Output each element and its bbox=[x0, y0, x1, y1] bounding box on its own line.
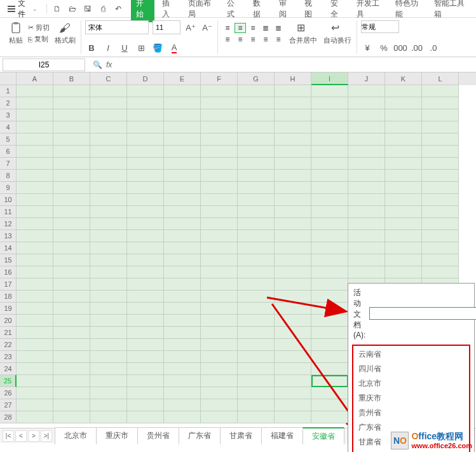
align-middle-button[interactable]: ≡ bbox=[235, 23, 246, 33]
cell[interactable] bbox=[385, 109, 422, 121]
cell[interactable] bbox=[164, 218, 201, 230]
row-header[interactable]: 13 bbox=[0, 230, 17, 242]
cell[interactable] bbox=[53, 375, 90, 387]
cell[interactable] bbox=[127, 121, 164, 134]
row-header[interactable]: 11 bbox=[0, 206, 17, 218]
cell[interactable] bbox=[238, 254, 275, 266]
row-header[interactable]: 5 bbox=[0, 134, 17, 146]
cell[interactable] bbox=[201, 170, 238, 182]
cell[interactable] bbox=[53, 327, 90, 339]
cell[interactable] bbox=[127, 182, 164, 194]
row-header[interactable]: 21 bbox=[0, 327, 17, 339]
row-header[interactable]: 26 bbox=[0, 387, 17, 399]
cell[interactable] bbox=[164, 109, 201, 121]
cell[interactable] bbox=[275, 327, 311, 339]
cell[interactable] bbox=[311, 158, 348, 170]
cell[interactable] bbox=[17, 182, 53, 194]
cell[interactable] bbox=[422, 266, 459, 278]
cell[interactable] bbox=[311, 109, 348, 121]
cell[interactable] bbox=[238, 278, 275, 291]
cell[interactable] bbox=[348, 85, 385, 97]
cell[interactable] bbox=[238, 121, 275, 134]
column-header[interactable]: J bbox=[348, 72, 385, 85]
cell[interactable] bbox=[311, 399, 348, 411]
cell[interactable] bbox=[53, 291, 90, 303]
cell[interactable] bbox=[53, 266, 90, 278]
sheet-tab[interactable]: 福建省 bbox=[261, 427, 303, 444]
cell[interactable] bbox=[311, 230, 348, 242]
cell[interactable] bbox=[53, 206, 90, 218]
cell[interactable] bbox=[53, 109, 90, 121]
cell[interactable] bbox=[90, 85, 127, 97]
cell[interactable] bbox=[201, 363, 238, 375]
cell[interactable] bbox=[311, 85, 348, 97]
cell[interactable] bbox=[422, 109, 459, 121]
cell[interactable] bbox=[53, 399, 90, 411]
cell[interactable] bbox=[238, 315, 275, 327]
cell[interactable] bbox=[127, 399, 164, 411]
cell[interactable] bbox=[201, 242, 238, 254]
indent-increase-button[interactable]: ≣ bbox=[273, 23, 284, 33]
cell[interactable] bbox=[53, 194, 90, 206]
cell[interactable] bbox=[275, 291, 311, 303]
cell[interactable] bbox=[17, 387, 53, 399]
row-header[interactable]: 25 bbox=[0, 375, 17, 387]
cell[interactable] bbox=[164, 85, 201, 97]
ribbon-tab-review[interactable]: 审阅 bbox=[274, 0, 297, 22]
cell[interactable] bbox=[238, 182, 275, 194]
cell[interactable] bbox=[53, 218, 90, 230]
cell[interactable] bbox=[90, 206, 127, 218]
cell[interactable] bbox=[348, 218, 385, 230]
cell[interactable] bbox=[164, 399, 201, 411]
decrease-font-button[interactable]: A⁻ bbox=[201, 21, 214, 34]
cell[interactable] bbox=[127, 327, 164, 339]
cell[interactable] bbox=[164, 291, 201, 303]
cell[interactable] bbox=[238, 339, 275, 351]
cell[interactable] bbox=[90, 399, 127, 411]
cell[interactable] bbox=[53, 134, 90, 146]
cell[interactable] bbox=[238, 206, 275, 218]
italic-button[interactable]: I bbox=[102, 41, 114, 54]
cell[interactable] bbox=[275, 134, 311, 146]
cell[interactable] bbox=[164, 411, 201, 423]
cell[interactable] bbox=[90, 242, 127, 254]
cell[interactable] bbox=[238, 158, 275, 170]
cell[interactable] bbox=[164, 266, 201, 278]
cell[interactable] bbox=[127, 254, 164, 266]
cell[interactable] bbox=[422, 218, 459, 230]
select-all-corner[interactable] bbox=[0, 72, 17, 85]
cell[interactable] bbox=[311, 218, 348, 230]
new-icon[interactable]: 🗋 bbox=[52, 4, 62, 14]
cell[interactable] bbox=[127, 375, 164, 387]
cell[interactable] bbox=[275, 85, 311, 97]
cell[interactable] bbox=[127, 315, 164, 327]
cell[interactable] bbox=[17, 375, 53, 387]
cell[interactable] bbox=[385, 218, 422, 230]
cell[interactable] bbox=[311, 170, 348, 182]
merge-center-button[interactable]: ⊞ 合并居中 bbox=[288, 20, 318, 46]
bold-button[interactable]: B bbox=[85, 41, 98, 54]
row-header[interactable]: 17 bbox=[0, 278, 17, 291]
sheet-nav-last-button[interactable]: >| bbox=[41, 430, 52, 442]
cell[interactable] bbox=[238, 242, 275, 254]
cell[interactable] bbox=[164, 242, 201, 254]
cell[interactable] bbox=[17, 206, 53, 218]
ribbon-tab-features[interactable]: 特色功能 bbox=[390, 0, 426, 22]
align-bottom-button[interactable]: ≡ bbox=[247, 23, 259, 33]
file-menu-button[interactable]: 文件 ⌄ bbox=[4, 0, 41, 20]
ribbon-tab-smart[interactable]: 智能工具箱 bbox=[429, 0, 472, 22]
cell[interactable] bbox=[238, 327, 275, 339]
cell[interactable] bbox=[201, 182, 238, 194]
cell[interactable] bbox=[311, 254, 348, 266]
cell[interactable] bbox=[53, 303, 90, 315]
ribbon-tab-layout[interactable]: 页面布局 bbox=[183, 0, 219, 22]
row-header[interactable]: 2 bbox=[0, 97, 17, 109]
cell[interactable] bbox=[90, 170, 127, 182]
row-header[interactable]: 28 bbox=[0, 411, 17, 423]
cell[interactable] bbox=[275, 230, 311, 242]
cell[interactable] bbox=[275, 363, 311, 375]
ribbon-tab-security[interactable]: 安全 bbox=[325, 0, 349, 22]
cell[interactable] bbox=[201, 194, 238, 206]
cell[interactable] bbox=[127, 411, 164, 423]
cell[interactable] bbox=[17, 315, 53, 327]
